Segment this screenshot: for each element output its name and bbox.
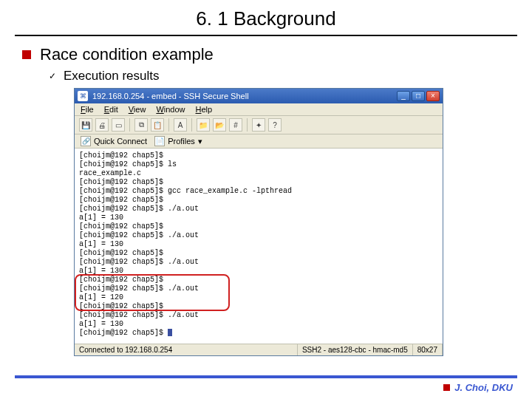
term-line: a[1] = 130 <box>79 320 438 329</box>
ssh-window: ⌘ 192.168.0.254 - embed - SSH Secure She… <box>74 88 443 356</box>
term-line: race_example.c <box>79 169 438 178</box>
window-titlebar[interactable]: ⌘ 192.168.0.254 - embed - SSH Secure She… <box>75 89 443 103</box>
page-title: 6. 1 Background <box>0 0 532 35</box>
chevron-down-icon: ▾ <box>198 137 202 146</box>
term-line: a[1] = 130 <box>79 267 438 276</box>
menu-edit[interactable]: Edit <box>104 105 118 114</box>
toolbar: 💾 🖨 ▭ ⧉ 📋 A 📁 📂 # ✦ ? <box>75 116 443 134</box>
sparkle-icon[interactable]: ✦ <box>252 118 265 132</box>
author-text: J. Choi, DKU <box>454 382 513 393</box>
term-line: [choijm@192 chap5]$ ./a.out <box>79 258 438 267</box>
menu-window[interactable]: Window <box>156 105 185 114</box>
status-connection: Connected to 192.168.0.254 <box>75 344 298 355</box>
save-icon[interactable]: 💾 <box>79 118 92 132</box>
folder2-icon[interactable]: 📂 <box>213 118 226 132</box>
term-line: [choijm@192 chap5]$ ls <box>79 160 438 169</box>
profiles-dropdown[interactable]: 📄 Profiles ▾ <box>154 136 202 146</box>
term-line: [choijm@192 chap5]$ <box>79 178 438 187</box>
hash-icon[interactable]: # <box>229 118 242 132</box>
check-icon: ✓ <box>49 71 56 81</box>
link-icon: 🔗 <box>81 136 91 146</box>
cursor-icon <box>168 329 172 336</box>
term-line: [choijm@192 chap5]$ <box>79 222 438 231</box>
menu-file[interactable]: File <box>81 105 94 114</box>
terminal-output[interactable]: [choijm@192 chap5]$ [choijm@192 chap5]$ … <box>75 149 443 344</box>
term-line: [choijm@192 chap5]$ <box>79 196 438 205</box>
menu-view[interactable]: View <box>129 105 146 114</box>
copy-icon[interactable]: ⧉ <box>134 118 148 132</box>
paste-icon[interactable]: 📋 <box>151 118 164 132</box>
term-line: a[1] = 130 <box>79 214 438 222</box>
close-button[interactable]: × <box>426 91 440 101</box>
status-size: 80x27 <box>413 344 443 355</box>
status-bar: Connected to 192.168.0.254 SSH2 - aes128… <box>75 344 443 355</box>
title-divider <box>15 35 517 36</box>
toolbar-separator <box>191 118 192 132</box>
bullet2-text: Execution results <box>64 69 159 83</box>
help-icon[interactable]: ? <box>268 118 282 132</box>
term-line: [choijm@192 chap5]$ ./a.out <box>79 231 438 240</box>
square-bullet-icon <box>22 50 31 59</box>
menu-bar: File Edit View Window Help <box>75 103 443 116</box>
term-line: [choijm@192 chap5]$ ./a.out <box>79 311 438 320</box>
bullet1-text: Race condition example <box>40 45 214 64</box>
content-area: Race condition example ✓ Execution resul… <box>0 45 532 356</box>
status-protocol: SSH2 - aes128-cbc - hmac-md5 <box>298 344 413 355</box>
square-bullet-icon <box>443 384 450 391</box>
window-title: 192.168.0.254 - embed - SSH Secure Shell <box>92 92 249 100</box>
folder1-icon[interactable]: 📁 <box>197 118 210 132</box>
footer-divider <box>15 375 517 378</box>
term-line: [choijm@192 chap5]$ ./a.out <box>79 284 438 293</box>
footer-author: J. Choi, DKU <box>443 382 513 393</box>
term-line: [choijm@192 chap5]$ <box>79 249 438 258</box>
profile-icon: 📄 <box>154 136 165 146</box>
toolbar-separator <box>247 118 248 132</box>
term-line: a[1] = 130 <box>79 240 438 249</box>
app-icon: ⌘ <box>78 91 88 101</box>
profiles-label: Profiles <box>168 137 195 146</box>
term-line: [choijm@192 chap5]$ <box>79 329 438 338</box>
minimize-button[interactable]: _ <box>397 91 410 101</box>
maximize-button[interactable]: □ <box>412 91 425 101</box>
term-line: [choijm@192 chap5]$ <box>79 151 438 160</box>
bullet-level2: ✓ Execution results <box>49 69 510 83</box>
quick-connect-label: Quick Connect <box>94 137 147 146</box>
term-line: [choijm@192 chap5]$ gcc race_example.c -… <box>79 187 438 196</box>
term-line: [choijm@192 chap5]$ <box>79 276 438 284</box>
toolbar-separator <box>129 118 130 132</box>
print-icon[interactable]: 🖨 <box>95 118 109 132</box>
term-line: [choijm@192 chap5]$ ./a.out <box>79 205 438 214</box>
bullet-level1: Race condition example <box>22 45 510 64</box>
quick-bar: 🔗 Quick Connect 📄 Profiles ▾ <box>75 134 443 149</box>
window-buttons: _ □ × <box>397 91 440 101</box>
font-icon[interactable]: A <box>174 118 187 132</box>
menu-help[interactable]: Help <box>196 105 213 114</box>
new-icon[interactable]: ▭ <box>112 118 125 132</box>
term-line: [choijm@192 chap5]$ <box>79 302 438 311</box>
term-line: a[1] = 120 <box>79 293 438 302</box>
toolbar-separator <box>168 118 169 132</box>
quick-connect[interactable]: 🔗 Quick Connect <box>81 136 147 146</box>
